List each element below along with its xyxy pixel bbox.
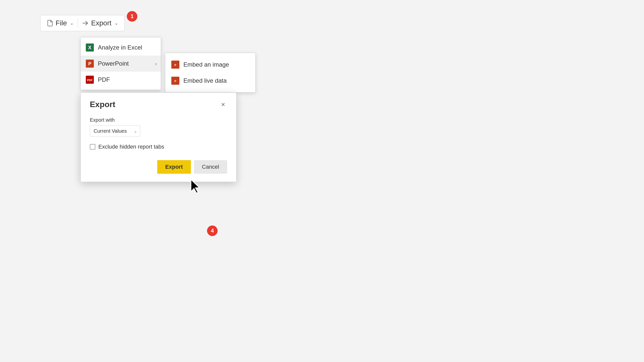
pdf-icon: PDF <box>86 76 94 84</box>
svg-text:PDF: PDF <box>87 79 93 82</box>
menu-item-pdf-label: PDF <box>98 76 110 83</box>
file-menu-button[interactable]: File ⌄ <box>44 17 77 29</box>
export-dialog: Export × Export with Current Values Defa… <box>80 93 236 182</box>
export-menu-button[interactable]: Export ⌄ <box>79 17 121 29</box>
submenu-embed-live-data-label: Embed live data <box>183 77 227 84</box>
exclude-hidden-tabs-row: Exclude hidden report tabs <box>90 144 227 150</box>
export-with-label: Export with <box>90 117 227 123</box>
svg-text:P: P <box>174 64 176 67</box>
toolbar-separator <box>78 19 78 28</box>
export-dropdown: X Analyze in Excel P PowerPoint › PDF PD… <box>80 37 161 90</box>
menu-item-powerpoint-label: PowerPoint <box>98 60 129 67</box>
svg-text:P: P <box>174 80 176 83</box>
menu-item-pdf[interactable]: PDF PDF <box>81 72 161 88</box>
export-chevron-icon: ⌄ <box>114 20 118 26</box>
powerpoint-submenu: P Embed an image P Embed live data <box>165 53 256 93</box>
dialog-buttons: Export Cancel <box>90 160 227 174</box>
cancel-button[interactable]: Cancel <box>194 160 227 174</box>
dialog-close-button[interactable]: × <box>219 100 227 109</box>
export-confirm-button[interactable]: Export <box>157 160 191 174</box>
file-chevron-icon: ⌄ <box>70 20 74 26</box>
toolbar: File ⌄ Export ⌄ <box>40 15 125 31</box>
svg-text:X: X <box>88 45 92 50</box>
exclude-hidden-tabs-label: Exclude hidden report tabs <box>98 144 164 150</box>
export-icon <box>82 20 89 27</box>
powerpoint-arrow-icon: › <box>155 61 157 67</box>
step-badge-1: 1 <box>127 11 137 22</box>
file-label: File <box>56 19 67 27</box>
dialog-header: Export × <box>90 100 227 109</box>
menu-item-analyze-excel-label: Analyze in Excel <box>98 44 142 51</box>
powerpoint-icon: P <box>86 60 94 68</box>
submenu-item-embed-image[interactable]: P Embed an image <box>169 57 251 72</box>
exclude-hidden-tabs-checkbox[interactable] <box>90 144 95 150</box>
file-icon <box>47 20 54 27</box>
excel-icon: X <box>86 43 94 52</box>
submenu-embed-image-label: Embed an image <box>183 61 229 68</box>
submenu-item-embed-live-data[interactable]: P Embed live data <box>169 73 251 88</box>
export-label: Export <box>91 19 111 27</box>
menu-item-powerpoint[interactable]: P PowerPoint › <box>81 56 161 72</box>
export-with-select-wrapper: Current Values Default Values ⌄ <box>90 125 140 137</box>
menu-item-analyze-excel[interactable]: X Analyze in Excel <box>81 39 161 56</box>
powerpoint-embed-image-icon: P <box>171 61 179 69</box>
dialog-title: Export <box>90 100 115 109</box>
powerpoint-embed-live-icon: P <box>171 77 179 85</box>
export-with-select[interactable]: Current Values Default Values <box>90 125 140 137</box>
svg-text:P: P <box>88 61 91 66</box>
step-badge-4: 4 <box>207 225 218 236</box>
